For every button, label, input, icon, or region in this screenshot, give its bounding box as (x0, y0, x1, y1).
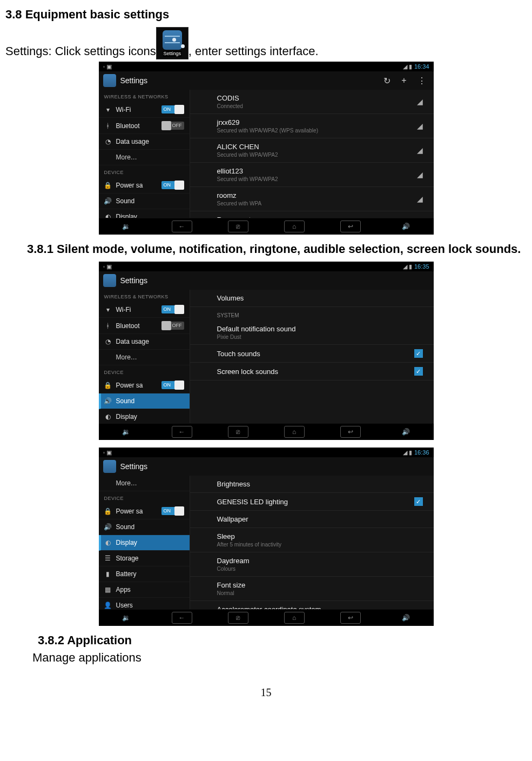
nav-bar: 🔉 ← ⎚ ⌂ ↩ 🔊 (99, 609, 434, 626)
sidebar-item-battery[interactable]: ▮ Battery (99, 566, 190, 582)
sidebar-item-data-usage[interactable]: ◔ Data usage (99, 134, 190, 150)
checkbox-lock-sounds[interactable]: ✓ (414, 367, 423, 376)
table-row[interactable]: jrxx629Secured with WPA/WPA2 (WPS availa… (190, 114, 434, 138)
volume-down-icon[interactable]: 🔉 (117, 221, 136, 232)
storage-icon: ☰ (104, 555, 112, 562)
sidebar-item-sound[interactable]: 🔊 Sound (99, 393, 190, 409)
sound-icon: 🔊 (104, 523, 112, 531)
home-button[interactable]: ⌂ (284, 221, 305, 232)
back-button[interactable]: ← (172, 221, 192, 232)
sidebar-item-data-usage[interactable]: ◔ Data usage (99, 334, 190, 350)
row-touch-sounds[interactable]: Touch sounds ✓ (190, 345, 434, 363)
table-row[interactable]: elliot123Secured with WPA/WPA2 ◢ (190, 163, 434, 187)
title-bar: Settings (99, 457, 434, 476)
return-button[interactable]: ↩ (340, 612, 361, 624)
sidebar-item-more[interactable]: More… (99, 476, 190, 491)
sidebar-item-power[interactable]: 🔒 Power sa (99, 377, 190, 393)
home-button[interactable]: ⌂ (284, 612, 305, 624)
checkbox-touch-sounds[interactable]: ✓ (414, 349, 423, 358)
row-default-notification[interactable]: Default notification soundPixie Dust (190, 321, 434, 345)
sidebar-item-wifi[interactable]: ▾ Wi-Fi (99, 302, 190, 318)
volume-up-icon[interactable]: 🔊 (396, 221, 416, 232)
bluetooth-icon: ᚼ (104, 322, 112, 330)
row-genesis-led[interactable]: GENESIS LED lighting ✓ (190, 493, 434, 511)
settings-icon (103, 274, 116, 287)
back-button[interactable]: ← (172, 426, 192, 438)
section-device: DEVICE (99, 491, 190, 503)
recent-apps-button[interactable]: ⎚ (228, 612, 248, 624)
power-toggle[interactable] (161, 381, 184, 389)
wifi-toggle[interactable] (161, 305, 184, 313)
clock: 16:34 (414, 63, 429, 70)
table-row[interactable]: roomzSecured with WPA ◢ (190, 187, 434, 211)
sidebar-item-display[interactable]: ◐ Display (99, 209, 190, 218)
add-icon[interactable]: + (401, 76, 406, 86)
sidebar-item-sound[interactable]: 🔊 Sound (99, 519, 190, 535)
battery-icon: ▮ (104, 570, 112, 578)
display-icon: ◐ (104, 413, 112, 420)
display-icon: ◐ (104, 539, 112, 546)
row-brightness[interactable]: Brightness (190, 476, 434, 493)
settings-sidebar: More… DEVICE 🔒 Power sa 🔊 Sound ◐ Displa… (99, 476, 190, 610)
sidebar-item-power[interactable]: 🔒 Power sa (99, 503, 190, 519)
row-daydream[interactable]: DaydreamColours (190, 552, 434, 577)
wifi-networks-panel: CODISConnected ◢ jrxx629Secured with WPA… (190, 90, 434, 218)
row-wallpaper[interactable]: Wallpaper (190, 511, 434, 528)
return-button[interactable]: ↩ (340, 426, 361, 438)
sidebar-item-more[interactable]: More… (99, 150, 190, 165)
settings-icon (103, 74, 116, 87)
settings-app-icon: Settings (156, 27, 188, 59)
sidebar-item-bluetooth[interactable]: ᚼ Bluetoot (99, 318, 190, 334)
checkbox-genesis[interactable]: ✓ (414, 497, 423, 506)
sidebar-item-more[interactable]: More… (99, 350, 190, 365)
screen-title: Settings (120, 76, 148, 85)
volume-down-icon[interactable]: 🔉 (117, 612, 136, 623)
wifi-icon: ▾ (104, 306, 112, 313)
sidebar-item-wifi[interactable]: ▾ Wi-Fi (99, 102, 190, 118)
wifi-toggle[interactable] (161, 105, 184, 114)
table-row[interactable]: CODISConnected ◢ (190, 90, 434, 114)
sidebar-item-power[interactable]: 🔒 Power sa (99, 177, 190, 193)
volume-down-icon[interactable]: 🔉 (117, 426, 136, 437)
row-sleep[interactable]: SleepAfter 5 minutes of inactivity (190, 528, 434, 552)
title-bar: Settings ↻ + ⋮ (99, 71, 434, 90)
bluetooth-toggle[interactable] (161, 122, 184, 130)
home-button[interactable]: ⌂ (284, 426, 305, 438)
recent-apps-button[interactable]: ⎚ (228, 221, 248, 232)
row-font-size[interactable]: Font sizeNormal (190, 577, 434, 601)
volume-up-icon[interactable]: 🔊 (396, 426, 416, 437)
nav-bar: 🔉 ← ⎚ ⌂ ↩ 🔊 (99, 423, 434, 440)
status-bar: ◦ ▣ ◢ ▮16:35 (99, 262, 434, 271)
sound-icon: 🔊 (104, 397, 112, 405)
row-volumes[interactable]: Volumes (190, 290, 434, 307)
display-panel: Brightness GENESIS LED lighting ✓ Wallpa… (190, 476, 434, 610)
sidebar-item-sound[interactable]: 🔊 Sound (99, 193, 190, 209)
volume-up-icon[interactable]: 🔊 (396, 612, 416, 623)
data-usage-icon: ◔ (104, 338, 112, 345)
back-button[interactable]: ← (172, 612, 192, 624)
intro-line: Settings: Click settings icons Settings … (5, 27, 527, 58)
refresh-icon[interactable]: ↻ (383, 76, 390, 86)
row-screen-lock-sounds[interactable]: Screen lock sounds ✓ (190, 363, 434, 380)
bluetooth-toggle[interactable] (161, 322, 184, 330)
screenshot-display-settings: ◦ ▣ ◢ ▮16:36 Settings More… DEVICE 🔒 Pow… (99, 448, 434, 626)
header-system: SYSTEM (190, 307, 434, 321)
return-button[interactable]: ↩ (340, 221, 361, 232)
screenshot-wifi-settings: ◦ ▣ ◢ ▮16:34 Settings ↻ + ⋮ WIRELESS & N… (99, 62, 434, 235)
settings-sidebar: WIRELESS & NETWORKS ▾ Wi-Fi ᚼ Bluetoot ◔… (99, 290, 190, 424)
bluetooth-icon: ᚼ (104, 122, 112, 130)
sidebar-item-apps[interactable]: ▦ Apps (99, 582, 190, 598)
row-accelerometer[interactable]: Accelerometer coordinate systemAccelerom… (190, 601, 434, 610)
sidebar-item-display[interactable]: ◐ Display (99, 409, 190, 424)
overflow-menu-icon[interactable]: ⋮ (417, 76, 426, 86)
wifi-icon: ▾ (104, 106, 112, 114)
screen-title: Settings (120, 276, 148, 285)
sidebar-item-users[interactable]: 👤 Users (99, 598, 190, 610)
sidebar-item-display[interactable]: ◐ Display (99, 535, 190, 551)
recent-apps-button[interactable]: ⎚ (228, 426, 248, 438)
sidebar-item-bluetooth[interactable]: ᚼ Bluetoot (99, 118, 190, 134)
power-toggle[interactable] (161, 181, 184, 189)
power-toggle[interactable] (161, 507, 184, 515)
sidebar-item-storage[interactable]: ☰ Storage (99, 551, 190, 566)
table-row[interactable]: ALICK CHENSecured with WPA/WPA2 ◢ (190, 138, 434, 163)
